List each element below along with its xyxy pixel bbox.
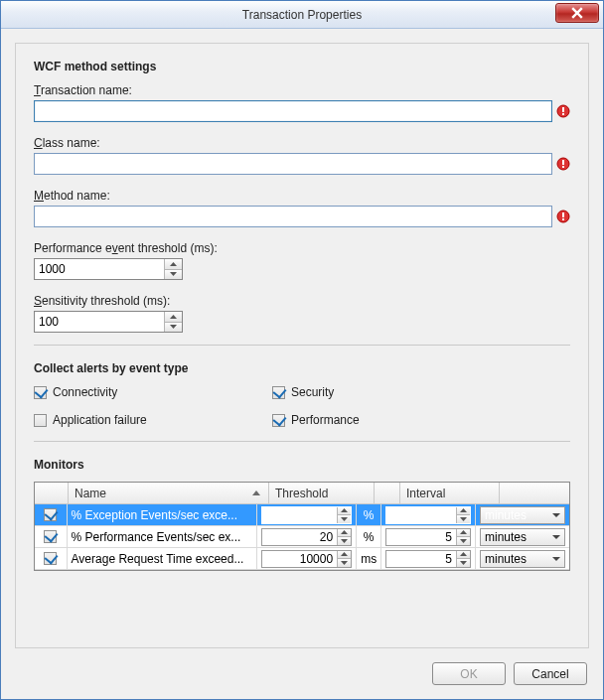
row-checkbox[interactable] (44, 508, 57, 521)
threshold-unit: % (357, 504, 381, 526)
alerts-section-title: Collect alerts by event type (34, 361, 570, 375)
spinner-buttons (164, 312, 182, 332)
alert-label: Performance (291, 413, 360, 427)
class-name-input[interactable] (34, 153, 552, 175)
svg-rect-1 (562, 107, 564, 112)
checkbox[interactable] (34, 386, 47, 399)
checkbox[interactable] (272, 414, 285, 427)
transaction-name-input[interactable] (34, 100, 552, 122)
threshold-spinner[interactable] (261, 506, 353, 524)
interval-spinner[interactable] (385, 528, 471, 546)
dialog-body: WCF method settings Transaction name: Cl… (1, 29, 603, 648)
interval-input[interactable] (386, 551, 456, 567)
monitor-name: % Exception Events/sec exce... (68, 504, 257, 526)
error-icon (556, 157, 570, 171)
error-icon (556, 104, 570, 118)
sens-threshold-spinner[interactable] (34, 311, 183, 333)
method-name-label: Method name: (34, 189, 570, 203)
sens-threshold-input[interactable] (35, 312, 164, 332)
chevron-down-icon (552, 535, 560, 539)
spin-up-button[interactable] (165, 259, 182, 270)
row-checkbox[interactable] (44, 552, 57, 565)
interval-input[interactable] (386, 529, 456, 545)
checkbox[interactable] (34, 414, 47, 427)
svg-rect-7 (562, 212, 564, 217)
interval-spinner[interactable] (385, 550, 471, 568)
threshold-input[interactable] (262, 551, 338, 567)
titlebar[interactable]: Transaction Properties (1, 1, 603, 29)
spin-up-button[interactable] (338, 507, 351, 516)
chevron-up-icon (170, 262, 177, 266)
monitor-name: Average Request Time exceed... (68, 548, 257, 570)
sort-asc-icon (252, 490, 260, 495)
row-checkbox[interactable] (44, 530, 57, 543)
separator (34, 345, 570, 346)
error-icon (556, 210, 570, 223)
spin-up-button[interactable] (338, 551, 351, 560)
interval-unit-cell: minutes (476, 504, 569, 526)
cancel-button[interactable]: Cancel (514, 662, 587, 685)
header-checkbox-col[interactable] (35, 483, 69, 503)
alert-label: Connectivity (53, 385, 117, 399)
alert-application-failure[interactable]: Application failure (34, 413, 272, 427)
spin-down-button[interactable] (338, 515, 351, 523)
spin-down-button[interactable] (165, 270, 182, 280)
spin-down-button[interactable] (338, 537, 351, 545)
spin-up-button[interactable] (457, 507, 470, 516)
perf-threshold-spinner[interactable] (34, 258, 183, 280)
ok-button[interactable]: OK (432, 662, 506, 685)
perf-threshold-input[interactable] (35, 259, 164, 279)
chevron-down-icon (170, 325, 177, 329)
threshold-spinner[interactable] (261, 550, 353, 568)
spin-up-button[interactable] (165, 312, 182, 323)
threshold-input[interactable] (262, 529, 338, 545)
row-checkbox-cell (35, 504, 68, 526)
table-row[interactable]: Average Request Time exceed...msminutes (35, 548, 569, 570)
sens-threshold-label: Sensitivity threshold (ms): (34, 294, 570, 308)
interval-unit-combo[interactable]: minutes (480, 506, 565, 524)
monitors-table: Name Threshold Interval % Exception Even… (34, 482, 570, 571)
interval-cell (381, 548, 476, 570)
interval-input[interactable] (386, 507, 456, 523)
svg-rect-2 (562, 113, 564, 115)
header-name[interactable]: Name (69, 483, 269, 503)
header-threshold[interactable]: Threshold (269, 483, 375, 503)
table-row[interactable]: % Exception Events/sec exce...%minutes (35, 504, 569, 526)
header-interval[interactable]: Interval (400, 483, 500, 503)
dialog-footer: OK Cancel (1, 648, 603, 699)
close-button[interactable] (555, 3, 599, 23)
interval-unit-combo[interactable]: minutes (480, 550, 565, 568)
chevron-down-icon (552, 513, 560, 517)
spin-up-button[interactable] (338, 529, 351, 538)
spin-down-button[interactable] (165, 323, 182, 333)
interval-unit-combo[interactable]: minutes (480, 528, 565, 546)
svg-rect-5 (562, 166, 564, 168)
wcf-section-title: WCF method settings (34, 60, 570, 73)
spin-down-button[interactable] (457, 537, 470, 545)
method-name-input[interactable] (34, 206, 552, 227)
table-row[interactable]: % Performance Events/sec ex...%minutes (35, 526, 569, 548)
transaction-name-label: Transaction name: (34, 83, 570, 97)
alert-security[interactable]: Security (272, 385, 511, 399)
alert-performance[interactable]: Performance (272, 413, 511, 427)
threshold-input[interactable] (262, 507, 338, 523)
spin-down-button[interactable] (338, 559, 351, 567)
chevron-up-icon (170, 315, 177, 319)
threshold-cell (257, 548, 358, 570)
interval-cell (381, 526, 476, 548)
alert-label: Application failure (53, 413, 147, 427)
svg-rect-4 (562, 160, 564, 165)
spin-up-button[interactable] (457, 551, 470, 560)
spin-up-button[interactable] (457, 529, 470, 538)
spin-down-button[interactable] (457, 559, 470, 567)
interval-spinner[interactable] (385, 506, 471, 524)
interval-unit-cell: minutes (476, 526, 569, 548)
threshold-cell (257, 504, 358, 526)
perf-threshold-label: Performance event threshold (ms): (34, 241, 570, 255)
window-title: Transaction Properties (1, 8, 603, 22)
alert-connectivity[interactable]: Connectivity (34, 385, 272, 399)
spin-down-button[interactable] (457, 515, 470, 523)
threshold-spinner[interactable] (261, 528, 353, 546)
checkbox[interactable] (272, 386, 285, 399)
interval-unit-cell: minutes (476, 548, 569, 570)
